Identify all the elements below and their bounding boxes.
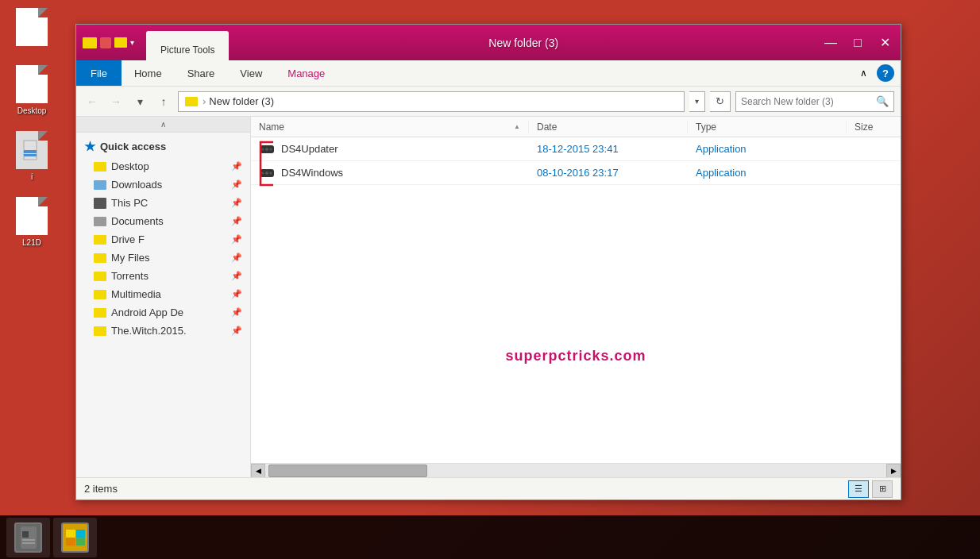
ribbon-expand-btn[interactable]: ∧ bbox=[855, 64, 872, 82]
hs-track[interactable] bbox=[265, 464, 886, 478]
col-header-name[interactable]: Name ▲ bbox=[251, 121, 529, 133]
address-path[interactable]: › New folder (3) bbox=[178, 91, 685, 112]
svg-rect-17 bbox=[66, 530, 75, 538]
file-date-1: 18-12-2015 23:41 bbox=[537, 143, 619, 155]
title-bar-left: ▾ bbox=[76, 25, 146, 60]
search-icon[interactable]: 🔍 bbox=[876, 95, 889, 107]
sidebar-item-thispc[interactable]: This PC 📌 bbox=[76, 194, 250, 212]
sidebar-downloads-label: Downloads bbox=[111, 179, 162, 191]
col-name-label: Name bbox=[259, 121, 284, 133]
sidebar: ∧ ★ Quick access Desktop 📌 Downloads 📌 T… bbox=[76, 117, 251, 477]
svg-point-4 bbox=[262, 148, 264, 150]
tab-share[interactable]: Share bbox=[175, 60, 228, 86]
sidebar-scroll-up[interactable]: ∧ bbox=[76, 117, 250, 133]
path-text: New folder (3) bbox=[209, 95, 274, 107]
tab-home[interactable]: Home bbox=[122, 60, 175, 86]
minimize-button[interactable]: — bbox=[818, 32, 843, 54]
ribbon-help-btn[interactable]: ? bbox=[877, 64, 894, 82]
svg-point-5 bbox=[270, 148, 272, 150]
torrents-folder-icon bbox=[94, 272, 106, 281]
svg-point-10 bbox=[270, 172, 272, 174]
documents-folder-icon bbox=[94, 217, 106, 226]
watermark-text: superpctricks.com bbox=[505, 348, 646, 364]
tb-dropdown-btn[interactable]: ▾ bbox=[130, 37, 140, 48]
view-tiles-btn[interactable]: ⊞ bbox=[872, 480, 893, 498]
file-icon-3 bbox=[16, 131, 48, 169]
nav-forward-btn[interactable]: → bbox=[106, 92, 125, 111]
quick-access-star-icon: ★ bbox=[84, 139, 95, 154]
sidebar-thewitch-label: The.Witch.2015. bbox=[111, 325, 187, 337]
sidebar-item-desktop[interactable]: Desktop 📌 bbox=[76, 157, 250, 175]
file-icon-1 bbox=[16, 8, 48, 46]
main-content: ∧ ★ Quick access Desktop 📌 Downloads 📌 T… bbox=[76, 117, 901, 477]
sidebar-thispc-label: This PC bbox=[111, 197, 148, 209]
thispc-icon bbox=[94, 198, 106, 209]
picture-tools-tab[interactable]: Picture Tools bbox=[146, 31, 229, 60]
address-dropdown-btn[interactable]: ▾ bbox=[689, 91, 705, 112]
file-cell-type-2: Application bbox=[688, 167, 847, 179]
status-bar: 2 items ☰ ⊞ bbox=[76, 477, 901, 499]
nav-up-btn[interactable]: ↑ bbox=[154, 92, 173, 111]
svg-rect-19 bbox=[76, 530, 85, 538]
androidapp-folder-icon bbox=[94, 308, 106, 318]
taskbar-item-2[interactable] bbox=[53, 518, 97, 557]
hs-thumb[interactable] bbox=[268, 465, 427, 477]
address-refresh-btn[interactable]: ↻ bbox=[710, 91, 731, 112]
svg-rect-15 bbox=[22, 539, 35, 541]
table-row[interactable]: DS4Windows 08-10-2016 23:17 Application bbox=[251, 161, 901, 185]
hs-right-btn[interactable]: ▶ bbox=[886, 464, 901, 478]
taskbar-item-1[interactable] bbox=[6, 518, 50, 557]
nav-recent-btn[interactable]: ▾ bbox=[130, 92, 149, 111]
desktop-icon-3: i bbox=[4, 131, 60, 181]
file-type-2: Application bbox=[696, 167, 747, 179]
tab-view[interactable]: View bbox=[227, 60, 275, 86]
hs-left-btn[interactable]: ◀ bbox=[251, 464, 265, 478]
tb-folder2-icon bbox=[114, 37, 127, 48]
gamepad-icon-1 bbox=[259, 143, 275, 156]
taskbar bbox=[0, 515, 980, 559]
ribbon-tabs: File Home Share View Manage ∧ ? bbox=[76, 60, 901, 86]
table-row[interactable]: DS4Updater 18-12-2015 23:41 Application bbox=[251, 137, 901, 161]
title-controls: — □ ✕ bbox=[818, 25, 901, 60]
taskbar-icon-2 bbox=[61, 522, 89, 553]
sidebar-item-multimedia[interactable]: Multimedia 📌 bbox=[76, 285, 250, 303]
sidebar-item-drivef[interactable]: Drive F 📌 bbox=[76, 230, 250, 249]
search-box[interactable]: 🔍 bbox=[735, 91, 894, 112]
file-cell-name-2: DS4Windows bbox=[251, 167, 529, 179]
col-header-size[interactable]: Size bbox=[847, 121, 901, 133]
close-button[interactable]: ✕ bbox=[872, 32, 897, 54]
sidebar-item-thewitch[interactable]: The.Witch.2015. 📌 bbox=[76, 322, 250, 340]
explorer-window: ▾ Picture Tools New folder (3) — □ ✕ Fil… bbox=[75, 24, 901, 500]
svg-rect-20 bbox=[76, 538, 85, 546]
sidebar-multimedia-label: Multimedia bbox=[111, 288, 161, 300]
myfiles-folder-icon bbox=[94, 253, 106, 263]
col-header-type[interactable]: Type bbox=[688, 121, 847, 133]
file-name-2: DS4Windows bbox=[281, 167, 343, 179]
col-type-label: Type bbox=[696, 121, 716, 133]
horizontal-scrollbar[interactable]: ◀ ▶ bbox=[251, 463, 901, 477]
svg-rect-18 bbox=[66, 538, 75, 546]
search-input[interactable] bbox=[741, 96, 873, 107]
path-folder-icon bbox=[185, 97, 198, 106]
tab-file[interactable]: File bbox=[76, 60, 122, 86]
sidebar-item-myfiles[interactable]: My Files 📌 bbox=[76, 249, 250, 267]
sidebar-item-documents[interactable]: Documents 📌 bbox=[76, 212, 250, 230]
documents-pin-icon: 📌 bbox=[231, 216, 242, 226]
maximize-button[interactable]: □ bbox=[845, 32, 870, 54]
file-rows-container: DS4Updater 18-12-2015 23:41 Application bbox=[251, 137, 901, 185]
sidebar-item-downloads[interactable]: Downloads 📌 bbox=[76, 175, 250, 194]
sidebar-drivef-label: Drive F bbox=[111, 233, 145, 245]
window-title-text: New folder (3) bbox=[488, 37, 558, 49]
sidebar-item-torrents[interactable]: Torrents 📌 bbox=[76, 267, 250, 285]
col-header-date[interactable]: Date bbox=[529, 121, 688, 133]
svg-rect-1 bbox=[24, 150, 37, 153]
view-details-btn[interactable]: ☰ bbox=[848, 480, 869, 498]
file-cell-type-1: Application bbox=[688, 143, 847, 155]
sidebar-item-androidapp[interactable]: Android App De 📌 bbox=[76, 303, 250, 322]
svg-point-9 bbox=[262, 172, 264, 174]
status-bar-right: ☰ ⊞ bbox=[848, 480, 893, 498]
column-header: Name ▲ Date Type Size bbox=[251, 117, 901, 137]
col-date-label: Date bbox=[537, 121, 557, 133]
tab-manage[interactable]: Manage bbox=[275, 60, 338, 86]
nav-back-btn[interactable]: ← bbox=[83, 92, 102, 111]
